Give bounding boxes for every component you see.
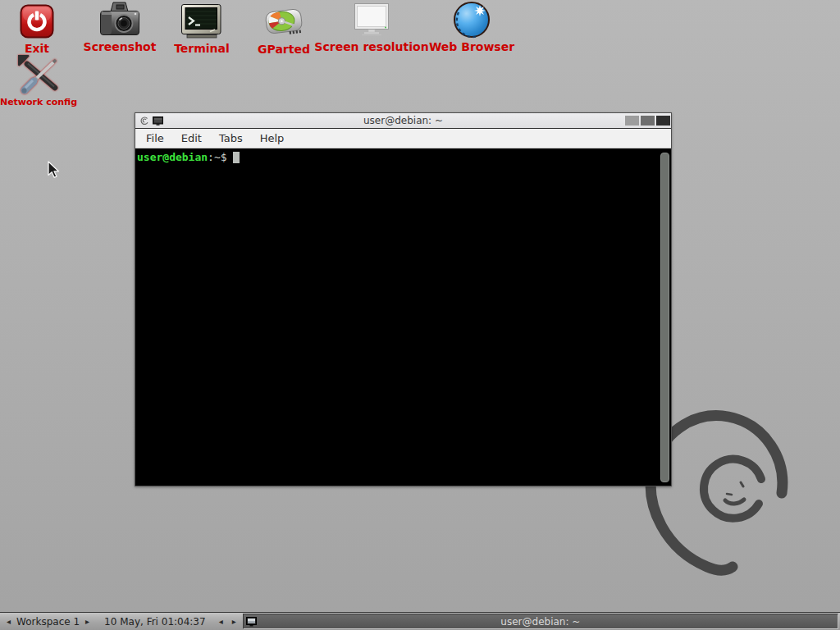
desktop-icon-label: Screen resolution — [314, 41, 428, 52]
desktop: Exit Screenshot — [0, 0, 840, 630]
window-menubar: File Edit Tabs Help — [135, 129, 671, 148]
tasklist-right-arrow-icon[interactable]: ▸ — [232, 618, 236, 626]
menu-tabs[interactable]: Tabs — [212, 130, 250, 146]
pager-left-arrow-icon[interactable]: ◂ — [7, 618, 11, 626]
terminal-app-mini-icon — [153, 116, 163, 126]
terminal-cursor — [233, 152, 240, 163]
desktop-icon-label: GParted — [258, 43, 310, 55]
menu-file[interactable]: File — [139, 130, 171, 146]
crt-terminal-icon — [181, 2, 222, 41]
power-icon — [20, 2, 54, 41]
prompt-colon: : — [208, 151, 214, 163]
tasklist-nav: ◂ ▸ — [214, 613, 241, 630]
task-button-title: user@debian: ~ — [244, 616, 838, 628]
debian-mini-icon — [139, 116, 149, 126]
desktop-icon-network-config[interactable]: Network config — [0, 54, 77, 108]
desktop-icon-label: Web Browser — [429, 41, 514, 52]
desktop-icon-gparted[interactable]: GParted — [248, 2, 320, 55]
task-monitor-icon — [246, 617, 257, 627]
desktop-icon-label: Screenshot — [84, 41, 157, 52]
desktop-icon-web-browser[interactable]: Web Browser — [427, 0, 517, 52]
tools-icon — [18, 54, 59, 95]
desktop-icon-label: Network config — [0, 97, 77, 108]
taskbar: ◂ Workspace 1 ▸ 10 May, Fri 01:04:37 ◂ ▸… — [0, 612, 840, 630]
window-titlebar[interactable]: user@debian: ~ — [135, 113, 671, 129]
prompt-symbol: $ — [221, 151, 227, 163]
clock: 10 May, Fri 01:04:37 — [96, 613, 214, 630]
desktop-icon-screen-resolution[interactable]: Screen resolution — [317, 0, 426, 52]
terminal-window: user@debian: ~ File Edit Tabs Help user@… — [135, 112, 672, 486]
pager-right-arrow-icon[interactable]: ▸ — [85, 618, 89, 626]
desktop-icon-screenshot[interactable]: Screenshot — [79, 0, 161, 52]
maximize-button[interactable] — [641, 116, 655, 126]
hard-disk-icon — [265, 2, 303, 42]
terminal-scrollbar[interactable] — [660, 153, 669, 482]
camera-icon — [100, 0, 139, 39]
monitor-icon — [353, 0, 390, 39]
minimize-button[interactable] — [625, 116, 639, 126]
desktop-icon-terminal[interactable]: Terminal — [164, 2, 240, 54]
clock-text: 10 May, Fri 01:04:37 — [104, 616, 206, 628]
mouse-cursor — [48, 161, 61, 180]
shell-prompt: user@debian:~$ — [137, 151, 669, 163]
menu-help[interactable]: Help — [253, 130, 292, 146]
prompt-user-host: user@debian — [137, 151, 208, 163]
close-button[interactable] — [656, 116, 670, 126]
desktop-icon-exit[interactable]: Exit — [8, 2, 66, 54]
task-button-terminal[interactable]: user@debian: ~ — [243, 614, 838, 629]
window-title: user@debian: ~ — [135, 113, 671, 128]
workspace-pager: ◂ Workspace 1 ▸ — [0, 613, 96, 630]
globe-icon — [453, 0, 491, 39]
desktop-icon-label: Exit — [25, 43, 49, 54]
terminal-screen[interactable]: user@debian:~$ — [135, 148, 671, 486]
menu-edit[interactable]: Edit — [174, 130, 209, 146]
desktop-icon-label: Terminal — [174, 43, 230, 54]
tasklist-left-arrow-icon[interactable]: ◂ — [219, 618, 223, 626]
prompt-path: ~ — [214, 151, 221, 163]
workspace-label[interactable]: Workspace 1 — [16, 616, 80, 628]
